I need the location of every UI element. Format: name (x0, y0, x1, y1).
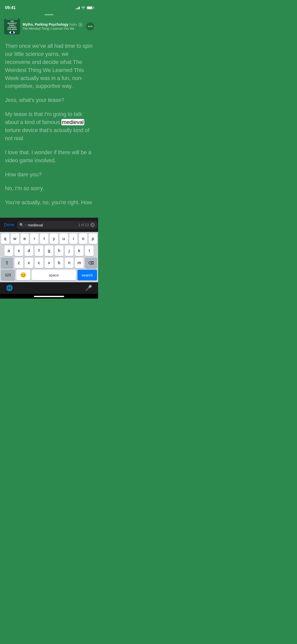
keyboard-accessories: 🌐 🎤 (0, 282, 98, 294)
key-123[interactable]: 123 (1, 270, 15, 280)
keyboard-row-4: 123 😊 space search (0, 268, 98, 282)
key-v[interactable]: v (45, 258, 53, 268)
key-e[interactable]: e (21, 233, 29, 244)
done-button[interactable]: Done (4, 222, 14, 227)
clear-x-icon: × (92, 224, 93, 226)
globe-icon[interactable]: 🌐 (6, 285, 13, 291)
key-l[interactable]: l (85, 246, 94, 256)
wifi-icon (81, 6, 85, 9)
key-x[interactable]: x (25, 258, 33, 268)
mini-player: POPULAR SCIENCE THEWEIRDESTTHING ILEARNE… (0, 18, 98, 34)
signal-icon (76, 6, 80, 9)
key-w[interactable]: w (11, 233, 19, 244)
key-o[interactable]: o (79, 233, 87, 244)
key-a[interactable]: a (5, 246, 13, 256)
search-button[interactable]: search (77, 270, 97, 280)
player-natu: Natu (69, 22, 77, 26)
transcript-para-1: Then once we've all had time to spin our… (5, 42, 93, 90)
key-y[interactable]: y (50, 233, 58, 244)
search-field-wrapper: 🔍 ▾ 1 of 13 × (17, 221, 98, 229)
player-info: Myths, Parking Psychology Natu E The Wei… (23, 22, 83, 30)
key-c[interactable]: c (35, 258, 43, 268)
key-backspace[interactable]: ⌫ (85, 258, 97, 268)
search-match-count: 1 of 13 (78, 223, 89, 227)
search-field-icon: 🔍 (19, 223, 24, 227)
transcript-para-5: How dare you? (5, 171, 93, 179)
keyboard-row-1: q w e r t y u i o p (0, 232, 98, 244)
home-indicator (0, 294, 98, 299)
transcript-para-2: Jess, what's your tease? (5, 96, 93, 104)
drag-handle[interactable] (0, 12, 98, 18)
key-space[interactable]: space (32, 270, 76, 280)
key-u[interactable]: u (60, 233, 68, 244)
transcript-para-7: You're actually, no, you're right. How (5, 198, 93, 207)
key-h[interactable]: h (55, 246, 63, 256)
player-subtitle: The Weirdest Thing I Learned This We (23, 27, 83, 30)
player-title: Myths, Parking Psychology Natu E (23, 22, 83, 26)
explicit-badge: E (79, 23, 82, 26)
transcript-content: Then once we've all had time to spin our… (0, 39, 98, 218)
key-b[interactable]: b (55, 258, 63, 268)
key-m[interactable]: m (75, 258, 83, 268)
key-r[interactable]: r (30, 233, 38, 244)
keyboard-row-2: a s d f g h j k l (0, 244, 98, 256)
key-d[interactable]: d (25, 246, 33, 256)
player-title-text: Myths, Parking Psychology (23, 22, 68, 26)
more-button[interactable] (86, 22, 94, 30)
key-p[interactable]: p (89, 233, 97, 244)
more-dots-icon (88, 26, 92, 27)
key-n[interactable]: n (65, 258, 73, 268)
key-q[interactable]: q (1, 233, 9, 244)
key-s[interactable]: s (15, 246, 23, 256)
key-g[interactable]: g (45, 246, 53, 256)
key-i[interactable]: i (69, 233, 78, 244)
search-input[interactable] (28, 223, 76, 227)
transcript-para-4: I love that. I wonder if there will be a… (5, 148, 93, 165)
key-f[interactable]: f (35, 246, 43, 256)
status-time: 09:41 (5, 5, 16, 10)
key-emoji[interactable]: 😊 (16, 270, 30, 280)
key-j[interactable]: j (65, 246, 73, 256)
key-t[interactable]: t (40, 233, 48, 244)
transcript-para-3: My tease is that I'm going to talk about… (5, 110, 93, 142)
podcast-artwork[interactable]: POPULAR SCIENCE THEWEIRDESTTHING ILEARNE… (4, 18, 20, 34)
transcript-para-6: No, I'm so sorry. (5, 184, 93, 192)
status-bar: 09:41 (0, 0, 98, 12)
status-icons (76, 6, 93, 9)
search-clear-button[interactable]: × (90, 223, 95, 227)
keyboard: q w e r t y u i o p a s d f g h j k l ⇧ … (0, 232, 98, 282)
search-arrow-icon: ▾ (25, 224, 26, 226)
highlighted-medieval: medieval (61, 119, 84, 125)
keyboard-row-3: ⇧ z x c v b n m ⌫ (0, 256, 98, 268)
key-shift[interactable]: ⇧ (1, 258, 13, 268)
podcast-art-label: POPULAR SCIENCE (6, 19, 18, 20)
key-k[interactable]: k (75, 246, 83, 256)
mic-icon[interactable]: 🎤 (85, 285, 92, 291)
podcast-art-eye-decoration (9, 31, 15, 34)
find-bar: Done 🔍 ▾ 1 of 13 × ↑ ↓ (0, 218, 98, 232)
key-z[interactable]: z (15, 258, 23, 268)
battery-icon (87, 6, 93, 9)
home-bar (34, 296, 64, 297)
